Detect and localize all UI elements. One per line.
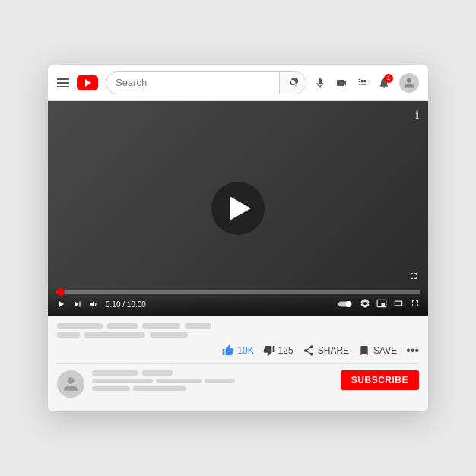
svg-point-1: [346, 301, 352, 307]
autoplay-toggle[interactable]: [338, 299, 354, 310]
title-placeholder-1: [57, 323, 103, 329]
miniplayer-icon[interactable]: [376, 298, 387, 311]
controls-row: 0:10 / 10:00: [56, 298, 420, 311]
more-options-button[interactable]: •••: [406, 344, 419, 357]
channel-meta: [92, 370, 333, 376]
search-icon: [287, 78, 298, 88]
desc-line-1: [92, 379, 333, 383]
channel-desc: [92, 379, 333, 391]
skip-next-btn[interactable]: [72, 299, 83, 309]
hamburger-menu[interactable]: [57, 78, 69, 87]
play-button[interactable]: [211, 182, 265, 235]
nav-right: 1: [314, 73, 419, 93]
microphone-icon[interactable]: [314, 77, 326, 89]
subtitle-placeholder-1: [57, 332, 80, 338]
theater-mode-icon[interactable]: [393, 298, 404, 311]
title-placeholder-2: [107, 323, 138, 329]
title-placeholder-3: [142, 323, 180, 329]
notifications-icon[interactable]: 1: [378, 77, 390, 89]
progress-filled: [56, 290, 62, 294]
video-player: ℹ: [48, 101, 428, 315]
play-pause-btn[interactable]: [56, 299, 66, 309]
dislike-count: 125: [278, 345, 294, 356]
desc-placeholder-2: [156, 379, 202, 383]
desc-placeholder-5: [133, 386, 186, 391]
like-count: 10K: [237, 345, 253, 356]
search-container: [106, 71, 306, 94]
youtube-play-icon: [77, 75, 98, 90]
desc-placeholder-4: [92, 386, 130, 391]
progress-dot: [57, 288, 65, 296]
video-controls: 0:10 / 10:00: [48, 286, 428, 316]
volume-btn[interactable]: [89, 299, 100, 309]
title-placeholder-4: [185, 323, 211, 329]
play-triangle-icon: [230, 196, 251, 221]
notification-badge: 1: [384, 74, 393, 83]
channel-subs-placeholder: [142, 370, 173, 376]
subtitle-placeholder-3: [150, 332, 188, 338]
progress-bar[interactable]: [56, 290, 420, 294]
youtube-logo[interactable]: [77, 75, 98, 90]
search-button[interactable]: [279, 72, 306, 94]
action-row: 10K 125 SHARE SAVE •••: [57, 344, 419, 364]
time-display: 0:10 / 10:00: [106, 300, 146, 309]
nav-left: [57, 75, 98, 90]
channel-avatar[interactable]: [57, 370, 84, 398]
subscribe-button[interactable]: SUBSCRIBE: [341, 370, 419, 390]
subtitle-placeholder-2: [84, 332, 145, 338]
save-button[interactable]: SAVE: [358, 344, 397, 357]
share-label: SHARE: [318, 345, 349, 356]
title-line-1: [57, 323, 419, 329]
apps-grid-icon[interactable]: [357, 77, 369, 89]
fullscreen-btn[interactable]: [410, 298, 420, 311]
settings-icon[interactable]: [360, 298, 370, 311]
info-icon[interactable]: ℹ: [415, 109, 419, 121]
fullscreen-icon[interactable]: [408, 271, 419, 284]
dislike-button[interactable]: 125: [263, 344, 294, 357]
like-button[interactable]: 10K: [222, 344, 253, 357]
desc-placeholder-1: [92, 379, 153, 383]
channel-row: SUBSCRIBE: [57, 364, 419, 404]
search-input[interactable]: [106, 77, 279, 88]
save-label: SAVE: [373, 345, 397, 356]
desc-placeholder-3: [205, 379, 235, 383]
title-line-2: [57, 332, 419, 338]
video-info: 10K 125 SHARE SAVE •••: [48, 316, 428, 411]
navbar: 1: [48, 65, 428, 101]
video-camera-icon[interactable]: [335, 77, 347, 89]
user-avatar[interactable]: [399, 73, 419, 93]
share-button[interactable]: SHARE: [303, 344, 349, 357]
controls-right: [338, 298, 420, 311]
channel-info: [92, 370, 333, 391]
channel-name-placeholder: [92, 370, 138, 376]
desc-line-2: [92, 386, 333, 391]
browser-window: 1 ℹ: [48, 65, 428, 411]
